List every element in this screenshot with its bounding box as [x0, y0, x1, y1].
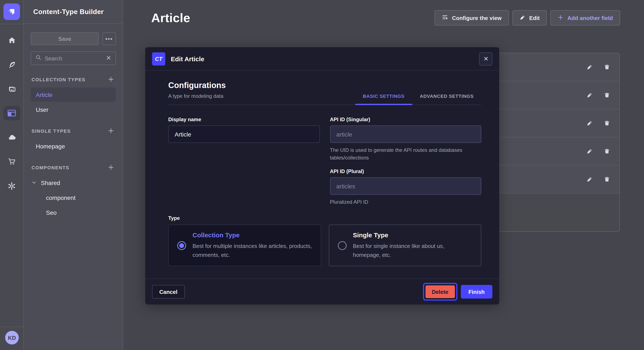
search-input[interactable] — [45, 55, 103, 61]
row-delete-icon[interactable] — [603, 119, 611, 127]
nav-content-type-builder-icon[interactable] — [3, 106, 20, 120]
main-nav-rail: KD — [0, 0, 24, 350]
api-id-plural-label: API ID (Plural) — [330, 169, 481, 174]
row-edit-icon[interactable] — [586, 91, 594, 99]
edit-content-type-modal: CT Edit Article Configurations A type fo… — [145, 47, 499, 305]
sidebar-item-article[interactable]: Article — [31, 88, 116, 102]
type-label: Type — [168, 215, 481, 221]
modal-footer: Cancel Delete Finish — [145, 279, 499, 305]
sidebar-item-seo[interactable]: Seo — [31, 205, 116, 219]
configurations-header: Configurations A type for modeling data … — [168, 81, 481, 105]
modal-title: Edit Article — [171, 55, 204, 62]
api-id-singular-input — [330, 126, 481, 143]
collection-types-section: COLLECTION TYPES Article User — [31, 75, 116, 117]
chevron-down-icon — [32, 179, 37, 186]
row-edit-icon[interactable] — [586, 119, 594, 127]
settings-tabs: BASIC SETTINGS ADVANCED SETTINGS — [355, 94, 481, 105]
display-name-field: Display name — [168, 117, 320, 162]
nav-content-manager-icon[interactable] — [3, 57, 20, 72]
delete-button[interactable]: Delete — [425, 285, 455, 299]
api-id-singular-hint: The UID is used to generate the API rout… — [330, 146, 481, 162]
api-id-plural-hint: Pluralized API ID — [330, 198, 481, 206]
api-id-plural-input — [330, 177, 481, 195]
display-name-label: Display name — [168, 117, 320, 123]
row-delete-icon[interactable] — [603, 175, 611, 183]
components-heading: COMPONENTS — [32, 165, 70, 170]
nav-cloud-icon[interactable] — [3, 130, 20, 145]
delete-button-highlight: Delete — [423, 283, 457, 301]
api-id-singular-field: API ID (Singular) The UID is used to gen… — [330, 117, 481, 162]
row-delete-icon[interactable] — [603, 91, 611, 99]
single-type-description: Best for single instance like about us, … — [353, 242, 472, 259]
save-button[interactable]: Save — [31, 32, 99, 45]
nav-media-library-icon[interactable] — [3, 82, 20, 96]
display-name-input[interactable] — [168, 126, 320, 143]
api-id-plural-field: API ID (Plural) Pluralized API ID — [330, 169, 481, 206]
components-section: COMPONENTS Shared component Seo — [31, 163, 116, 219]
nav-settings-icon[interactable] — [3, 178, 20, 193]
page-title: Article — [151, 11, 190, 25]
configure-view-button[interactable]: Configure the view — [435, 10, 509, 25]
plus-icon — [558, 14, 564, 21]
row-edit-icon[interactable] — [586, 63, 594, 71]
component-group-shared[interactable]: Shared — [31, 176, 116, 190]
rail-footer-divider — [0, 327, 24, 327]
row-delete-icon[interactable] — [603, 147, 611, 155]
api-id-singular-label: API ID (Singular) — [330, 117, 481, 123]
tab-basic-settings[interactable]: BASIC SETTINGS — [355, 94, 412, 105]
add-another-field-button[interactable]: Add another field — [550, 10, 620, 25]
add-component-icon[interactable] — [107, 163, 115, 172]
single-types-section: SINGLE TYPES Homepage — [31, 127, 116, 153]
type-section: Type Collection Type Best for multiple i… — [168, 215, 481, 266]
plugin-sidebar: Content-Type Builder Save ••• COLLECTION… — [24, 0, 123, 350]
plugin-title: Content-Type Builder — [33, 8, 104, 15]
radio-unselected-icon[interactable] — [338, 241, 346, 250]
collection-type-option[interactable]: Collection Type Best for multiple instan… — [168, 224, 321, 266]
single-types-heading: SINGLE TYPES — [32, 128, 71, 133]
finish-button[interactable]: Finish — [461, 285, 492, 299]
sidebar-item-component[interactable]: component — [31, 190, 116, 204]
search-field[interactable] — [31, 51, 116, 65]
user-avatar[interactable]: KD — [5, 331, 19, 345]
collection-type-description: Best for multiple instances like article… — [192, 242, 312, 259]
plugin-header: Content-Type Builder — [24, 0, 123, 24]
add-single-type-icon[interactable] — [107, 127, 115, 135]
edit-pencil-icon — [520, 14, 526, 21]
configurations-title: Configurations — [168, 81, 226, 90]
configure-view-icon — [442, 14, 448, 22]
configurations-subtitle: A type for modeling data — [168, 93, 226, 99]
content-type-badge: CT — [152, 52, 165, 65]
close-modal-button[interactable] — [479, 52, 492, 65]
nav-home-icon[interactable] — [3, 33, 20, 48]
toolbar: Configure the view Edit Add another fiel… — [435, 10, 620, 25]
edit-button[interactable]: Edit — [512, 10, 547, 25]
row-delete-icon[interactable] — [603, 63, 611, 71]
modal-header: CT Edit Article — [145, 47, 499, 71]
search-icon — [35, 54, 41, 62]
strapi-logo-icon[interactable] — [4, 3, 20, 20]
collection-types-heading: COLLECTION TYPES — [32, 77, 86, 82]
single-type-option[interactable]: Single Type Best for single instance lik… — [328, 224, 481, 266]
group-label: Shared — [41, 179, 60, 186]
nav-marketplace-icon[interactable] — [3, 154, 20, 169]
more-options-button[interactable]: ••• — [102, 32, 116, 45]
cancel-button[interactable]: Cancel — [152, 285, 185, 299]
sidebar-item-homepage[interactable]: Homepage — [31, 139, 116, 153]
radio-selected-icon[interactable] — [177, 241, 186, 250]
clear-search-icon[interactable] — [106, 54, 111, 62]
app-root: KD Content-Type Builder Save ••• COLLECT… — [0, 0, 644, 350]
row-edit-icon[interactable] — [586, 147, 594, 155]
tab-advanced-settings[interactable]: ADVANCED SETTINGS — [412, 94, 481, 105]
single-type-title: Single Type — [353, 232, 472, 239]
sidebar-item-user[interactable]: User — [31, 103, 116, 117]
add-collection-type-icon[interactable] — [107, 75, 115, 83]
collection-type-title: Collection Type — [192, 232, 312, 239]
rail-divider — [0, 24, 24, 24]
row-edit-icon[interactable] — [586, 175, 594, 183]
